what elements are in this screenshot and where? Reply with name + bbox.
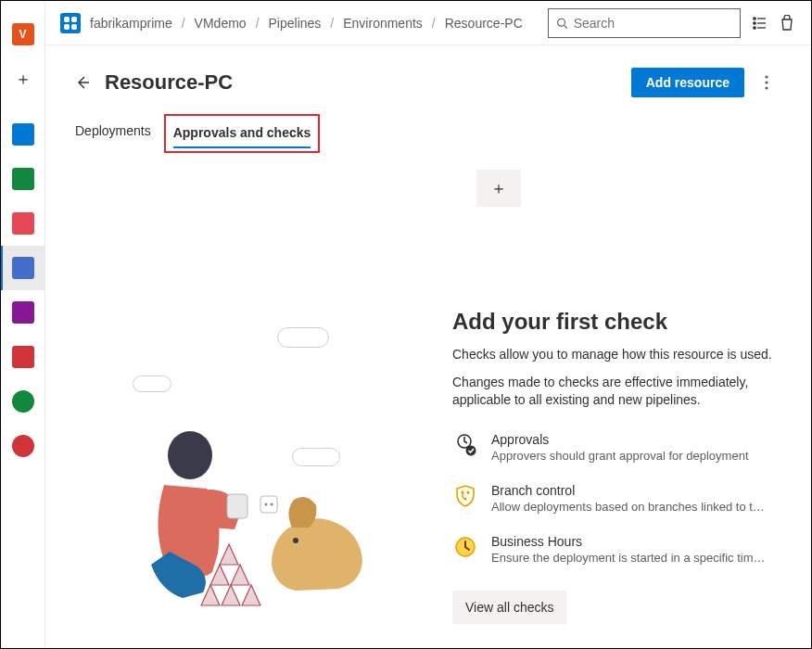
- svg-point-0: [558, 19, 565, 26]
- filter-list-icon[interactable]: [750, 14, 768, 32]
- check-sub: Approvers should grant approval for depl…: [491, 449, 749, 463]
- crumb-org[interactable]: fabrikamprime: [90, 16, 172, 31]
- view-all-checks-button[interactable]: View all checks: [452, 591, 566, 624]
- tab-approvals-checks[interactable]: Approvals and checks: [173, 118, 311, 147]
- empty-state-illustration: [62, 327, 451, 624]
- svg-point-18: [466, 445, 476, 455]
- approvals-icon: [452, 432, 478, 458]
- rail-pipelines[interactable]: [1, 246, 45, 290]
- check-branch-control[interactable]: Branch control Allow deployments based o…: [452, 483, 781, 514]
- svg-rect-14: [260, 496, 277, 513]
- check-name: Business Hours: [491, 534, 769, 549]
- callout-highlight: Approvals and checks: [164, 114, 321, 153]
- rail-artifacts[interactable]: [1, 335, 45, 379]
- shield-icon: [452, 483, 478, 509]
- svg-point-16: [271, 503, 273, 505]
- crumb-current[interactable]: Resource-PC: [445, 16, 523, 31]
- svg-point-6: [754, 26, 755, 28]
- panel-heading: Add your first check: [452, 309, 781, 335]
- tab-deployments[interactable]: Deployments: [75, 116, 151, 151]
- check-sub: Allow deployments based on branches link…: [491, 500, 769, 514]
- search-box[interactable]: [548, 8, 741, 38]
- svg-point-4: [754, 21, 755, 23]
- svg-point-2: [754, 17, 755, 19]
- panel-desc-1: Checks allow you to manage how this reso…: [452, 346, 781, 364]
- rail-security[interactable]: [1, 379, 45, 424]
- check-name: Branch control: [491, 483, 769, 498]
- more-actions-button[interactable]: [752, 68, 781, 97]
- back-button[interactable]: [75, 73, 94, 92]
- plus-icon: ＋: [15, 68, 32, 90]
- add-resource-button[interactable]: Add resource: [631, 68, 744, 97]
- svg-point-10: [765, 86, 768, 89]
- check-sub: Ensure the deployment is started in a sp…: [491, 551, 769, 565]
- svg-point-9: [765, 81, 768, 83]
- more-vertical-icon: [765, 75, 768, 90]
- rail-add[interactable]: ＋: [1, 57, 45, 101]
- topbar: fabrikamprime/ VMdemo/ Pipelines/ Enviro…: [45, 1, 811, 45]
- rail-repos[interactable]: [1, 157, 45, 201]
- panel-desc-2: Changes made to checks are effective imm…: [452, 374, 781, 410]
- add-check-button[interactable]: ＋: [476, 170, 521, 207]
- left-rail: V ＋: [1, 1, 45, 648]
- check-business-hours[interactable]: Business Hours Ensure the deployment is …: [452, 534, 781, 565]
- rail-project[interactable]: V: [1, 12, 45, 57]
- plus-icon: ＋: [490, 177, 507, 199]
- marketplace-icon[interactable]: [778, 14, 796, 32]
- svg-rect-12: [227, 494, 247, 518]
- svg-point-11: [168, 431, 212, 479]
- breadcrumb: fabrikamprime/ VMdemo/ Pipelines/ Enviro…: [90, 16, 523, 31]
- tabs: Deployments Approvals and checks: [75, 116, 781, 151]
- rail-boards[interactable]: [1, 112, 45, 157]
- rail-releases[interactable]: [1, 201, 45, 246]
- crumb-project[interactable]: VMdemo: [195, 16, 247, 31]
- azure-devops-logo-icon[interactable]: [60, 13, 81, 33]
- rail-ext[interactable]: [1, 424, 45, 468]
- crumb-pipelines[interactable]: Pipelines: [269, 16, 322, 31]
- svg-point-15: [265, 503, 268, 505]
- search-input[interactable]: [574, 16, 732, 31]
- rail-test[interactable]: [1, 290, 45, 335]
- svg-point-13: [293, 538, 298, 543]
- arrow-left-icon: [75, 75, 90, 90]
- page-title: Resource-PC: [105, 70, 233, 95]
- clock-icon: [452, 534, 478, 560]
- search-icon: [556, 17, 568, 30]
- check-name: Approvals: [491, 432, 749, 447]
- check-approvals[interactable]: Approvals Approvers should grant approva…: [452, 432, 781, 463]
- svg-point-8: [765, 75, 768, 78]
- svg-line-1: [565, 25, 567, 28]
- crumb-environments[interactable]: Environments: [343, 16, 423, 31]
